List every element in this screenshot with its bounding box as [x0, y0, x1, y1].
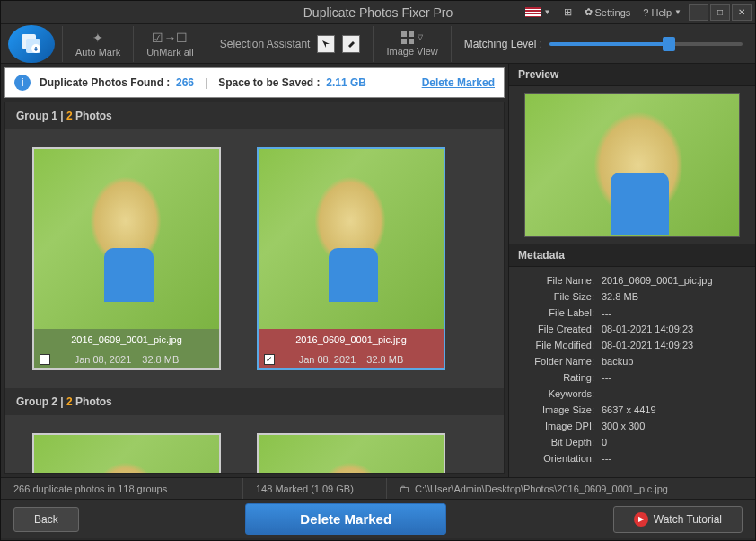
info-icon: i: [14, 75, 31, 91]
delete-marked-button[interactable]: Delete Marked: [245, 503, 446, 535]
metadata-row: File Size:32.8 MB: [513, 288, 752, 305]
uncheck-icon: ☑→☐: [152, 31, 188, 45]
sel-assist-arrow-button[interactable]: [317, 35, 335, 53]
metadata-row: Image DPI:300 x 300: [513, 418, 752, 434]
metadata-row: Bit Depth:0: [513, 434, 752, 450]
grid-icon: [401, 31, 414, 44]
thumbnail-size: 32.8 MB: [366, 354, 403, 365]
metadata-row: File Created:08-01-2021 14:09:23: [513, 321, 752, 337]
status-marked: 148 Marked (1.09 GB): [243, 478, 387, 499]
language-flag[interactable]: ▼: [520, 5, 557, 19]
thumbnail-card[interactable]: [32, 433, 221, 474]
thumbnail-card[interactable]: 2016_0609_0001_pic.jpg ✓ Jan 08, 2021 32…: [257, 147, 445, 370]
unmarkall-button[interactable]: ☑→☐ UnMark all: [133, 26, 207, 62]
metadata-list[interactable]: File Name:2016_0609_0001_pic.jpg File Si…: [509, 267, 755, 477]
app-logo-icon: [8, 25, 55, 63]
image-view-button[interactable]: ▽ Image View: [373, 26, 451, 62]
thumbnail-date: Jan 08, 2021: [299, 354, 356, 365]
bottom-bar: Back Delete Marked ▶ Watch Tutorial: [1, 499, 755, 538]
title-bar: Duplicate Photos Fixer Pro ▼ ⊞ ✿ Setting…: [1, 1, 755, 24]
thumbnail-checkbox[interactable]: ✓: [264, 354, 275, 365]
status-bar: 266 duplicate photos in 118 groups 148 M…: [1, 477, 755, 499]
thumbnail-checkbox[interactable]: [40, 354, 50, 365]
thumbnail-card[interactable]: 2016_0609_0001_pic.jpg Jan 08, 2021 32.8…: [32, 147, 221, 370]
metadata-row: Rating:---: [513, 369, 752, 386]
matching-level-slider[interactable]: [549, 42, 743, 46]
thumbnail-image: [34, 435, 219, 474]
thumbnail-filename: 2016_0609_0001_pic.jpg: [259, 329, 444, 350]
metadata-row: File Label:---: [513, 305, 752, 321]
info-grid-icon[interactable]: ⊞: [558, 4, 577, 20]
play-icon: ▶: [634, 512, 648, 527]
info-bar: i Duplicate Photos Found : 266 | Space t…: [4, 67, 505, 98]
preview-image: [524, 93, 740, 237]
thumbnail-image: [259, 435, 444, 474]
metadata-title: Metadata: [509, 244, 755, 267]
metadata-row: File Name:2016_0609_0001_pic.jpg: [513, 272, 752, 288]
metadata-row: Folder Name:backup: [513, 353, 752, 369]
found-count: 266: [176, 76, 194, 89]
thumbnail-image: [259, 149, 444, 329]
found-label: Duplicate Photos Found :: [40, 76, 170, 89]
metadata-row: Keywords:---: [513, 386, 752, 402]
space-label: Space to be Saved :: [218, 76, 320, 89]
sel-assist-erase-button[interactable]: [342, 35, 360, 53]
delete-marked-link[interactable]: Delete Marked: [422, 76, 495, 89]
metadata-row: File Modified:08-01-2021 14:09:23: [513, 337, 752, 353]
preview-title: Preview: [509, 64, 755, 86]
status-path: 🗀C:\\User\Admin\Desktop\Photos\2016_0609…: [387, 478, 755, 499]
maximize-button[interactable]: □: [710, 4, 730, 21]
status-summary: 266 duplicate photos in 118 groups: [1, 478, 243, 499]
thumbnail-image: [34, 149, 219, 329]
space-value: 2.11 GB: [326, 76, 366, 89]
app-title: Duplicate Photos Fixer Pro: [303, 5, 453, 20]
group-header: Group 2 | 2 Photos: [5, 388, 504, 415]
metadata-row: Image Size:6637 x 4419: [513, 402, 752, 418]
thumbnail-date: Jan 08, 2021: [75, 354, 132, 365]
watch-tutorial-button[interactable]: ▶ Watch Tutorial: [613, 506, 743, 533]
group-header: Group 1 | 2 Photos: [5, 102, 504, 129]
back-button[interactable]: Back: [13, 507, 79, 532]
matching-level: Matching Level :: [452, 38, 755, 50]
minimize-button[interactable]: —: [689, 4, 708, 21]
automark-button[interactable]: ✦ Auto Mark: [62, 26, 133, 62]
folder-icon: 🗀: [400, 483, 409, 494]
thumbnail-size: 32.8 MB: [142, 354, 179, 365]
help-menu[interactable]: ? Help▼: [637, 5, 687, 20]
selection-assistant: Selection Assistant: [207, 26, 374, 62]
settings-menu[interactable]: ✿ Settings: [579, 4, 637, 20]
wand-icon: ✦: [92, 31, 103, 45]
close-button[interactable]: ✕: [732, 4, 752, 21]
groups-scroll[interactable]: Group 1 | 2 Photos 2016_0609_0001_pic.jp…: [4, 102, 505, 474]
toolbar: ✦ Auto Mark ☑→☐ UnMark all Selection Ass…: [1, 24, 755, 64]
thumbnail-filename: 2016_0609_0001_pic.jpg: [34, 329, 219, 350]
metadata-row: Orientation:---: [513, 450, 752, 466]
thumbnail-card[interactable]: [257, 433, 445, 474]
